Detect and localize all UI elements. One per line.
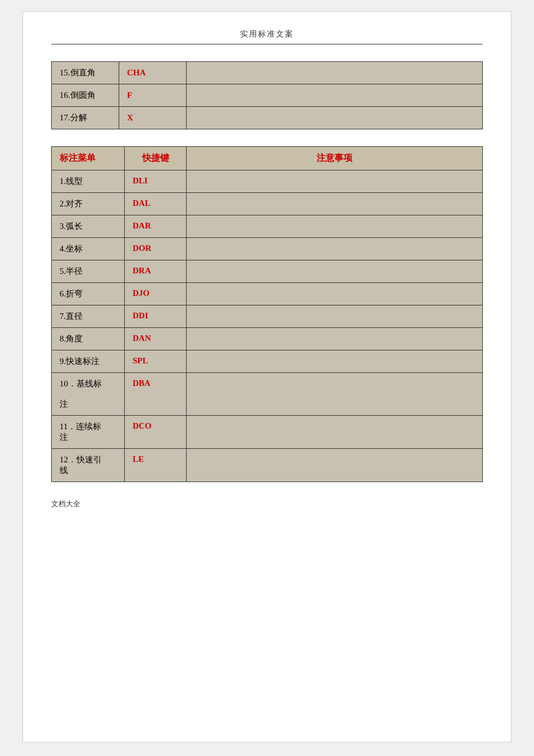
note-cell [187, 328, 483, 350]
page-header: 实用标准文案 [51, 29, 483, 44]
shortcut-cell: DAL [125, 193, 187, 215]
note-cell [187, 215, 483, 238]
note-cell [187, 84, 483, 107]
menu-cell: 4.坐标 [52, 238, 125, 260]
menu-cell: 5.半径 [52, 260, 125, 283]
table-row: 6.折弯DJO [52, 283, 483, 305]
page-title: 实用标准文案 [240, 30, 294, 38]
column-header-menu: 标注菜单 [52, 147, 125, 170]
table-row: 12．快速引 线LE [52, 449, 483, 482]
table-row: 17.分解X [52, 107, 483, 129]
shortcut-cell: F [119, 84, 187, 107]
menu-cell: 1.线型 [52, 170, 125, 193]
column-header-shortcut: 快捷键 [125, 147, 187, 170]
menu-cell: 17.分解 [52, 107, 119, 129]
table-header-row: 标注菜单快捷键注意事项 [52, 147, 483, 170]
table-row: 16.倒圆角F [52, 84, 483, 107]
table-row: 5.半径DRA [52, 260, 483, 283]
menu-cell: 11．连续标 注 [52, 416, 125, 449]
table-row: 15.倒直角CHA [52, 62, 483, 84]
table-row: 9.快速标注SPL [52, 350, 483, 373]
note-cell [187, 305, 483, 328]
shortcut-cell: DCO [125, 416, 187, 449]
note-cell [187, 170, 483, 193]
shortcut-cell: DAR [125, 215, 187, 238]
menu-cell: 9.快速标注 [52, 350, 125, 373]
shortcut-cell: DDI [125, 305, 187, 328]
note-cell [187, 193, 483, 215]
note-cell [187, 283, 483, 305]
table-row: 2.对齐DAL [52, 193, 483, 215]
note-cell [187, 260, 483, 283]
note-cell [187, 416, 483, 449]
note-cell [187, 238, 483, 260]
table-row: 10．基线标 注DBA [52, 373, 483, 416]
menu-cell: 6.折弯 [52, 283, 125, 305]
shortcut-cell: LE [125, 449, 187, 482]
menu-cell: 7.直径 [52, 305, 125, 328]
shortcut-cell: DJO [125, 283, 187, 305]
bottom-table: 标注菜单快捷键注意事项1.线型DLI2.对齐DAL3.弧长DAR4.坐标DOR5… [51, 146, 483, 482]
table-row: 3.弧长DAR [52, 215, 483, 238]
column-header-note: 注意事项 [187, 147, 483, 170]
shortcut-cell: DAN [125, 328, 187, 350]
note-cell [187, 350, 483, 373]
table-row: 4.坐标DOR [52, 238, 483, 260]
menu-cell: 10．基线标 注 [52, 373, 125, 416]
menu-cell: 2.对齐 [52, 193, 125, 215]
shortcut-cell: X [119, 107, 187, 129]
table-row: 11．连续标 注DCO [52, 416, 483, 449]
shortcut-cell: DOR [125, 238, 187, 260]
shortcut-cell: SPL [125, 350, 187, 373]
menu-cell: 8.角度 [52, 328, 125, 350]
note-cell [187, 373, 483, 416]
page-footer: 文档大全 [51, 499, 483, 509]
shortcut-cell: DRA [125, 260, 187, 283]
note-cell [187, 449, 483, 482]
top-table: 15.倒直角CHA16.倒圆角F17.分解X [51, 61, 483, 129]
table-row: 1.线型DLI [52, 170, 483, 193]
note-cell [187, 62, 483, 84]
shortcut-cell: DLI [125, 170, 187, 193]
menu-cell: 15.倒直角 [52, 62, 119, 84]
menu-cell: 16.倒圆角 [52, 84, 119, 107]
shortcut-cell: CHA [119, 62, 187, 84]
menu-cell: 3.弧长 [52, 215, 125, 238]
footer-label: 文档大全 [51, 500, 80, 508]
table-row: 7.直径DDI [52, 305, 483, 328]
page: 实用标准文案 15.倒直角CHA16.倒圆角F17.分解X 标注菜单快捷键注意事… [22, 11, 512, 742]
shortcut-cell: DBA [125, 373, 187, 416]
menu-cell: 12．快速引 线 [52, 449, 125, 482]
table-row: 8.角度DAN [52, 328, 483, 350]
note-cell [187, 107, 483, 129]
